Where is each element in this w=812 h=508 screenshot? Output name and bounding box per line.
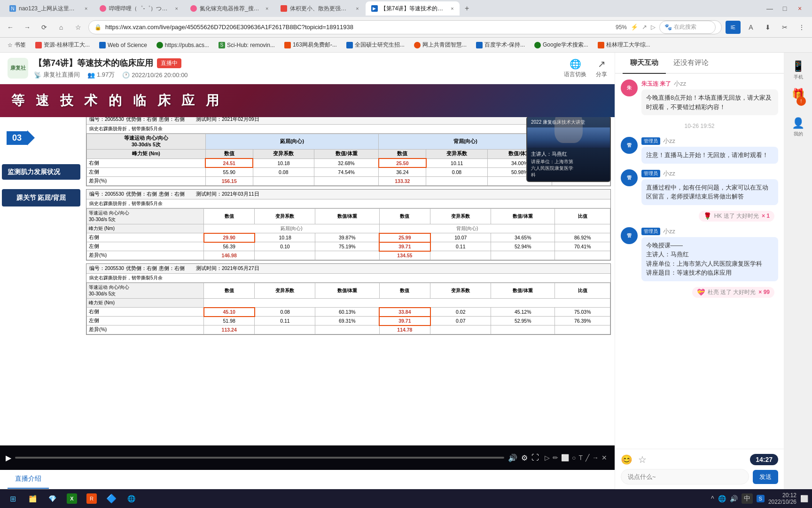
home-button[interactable]: ⌂ [55, 21, 68, 34]
drawing-tools: ▷ ✏ ⬜ ○ T ╱ → ✕ [543, 454, 609, 461]
tab-close-4[interactable]: × [356, 6, 359, 11]
close-window-button[interactable]: × [793, 2, 806, 15]
text-tool[interactable]: T [578, 454, 583, 461]
gift-notification-badge: ! [796, 96, 806, 106]
volume-icon[interactable]: 🔊 [508, 453, 517, 462]
bookmark-guilin-univ[interactable]: 桂林理工大学综... [594, 40, 654, 50]
taskbar-app-2[interactable]: 💎 [43, 492, 61, 506]
send-button[interactable]: 发送 [753, 470, 778, 484]
bookmark-acs[interactable]: https://pubs.acs... [153, 40, 213, 50]
tab-close-3[interactable]: × [265, 6, 268, 11]
bookmark-guilin[interactable]: 资源-桂林理工大... [31, 40, 94, 50]
settings-button[interactable]: ✂ [778, 21, 791, 34]
line-tool[interactable]: ╱ [586, 454, 589, 461]
taskbar-app-blue[interactable]: 🔷 [102, 492, 120, 506]
translate-button[interactable]: A [744, 21, 757, 34]
antivirus-icon[interactable]: S [757, 495, 765, 502]
forward-button[interactable]: → [21, 21, 34, 34]
s2-row2-pct2: 52.94% [491, 242, 555, 251]
presenter-org-label: 讲座单位：上海市第六人民医院康复医学科 [531, 159, 606, 178]
presenter-video-area [527, 127, 610, 148]
reload-button[interactable]: ⟳ [38, 21, 51, 34]
gift-text-1: HK 送了 大好时光 [714, 212, 759, 220]
taskbar-files[interactable]: 🗂️ [23, 492, 41, 506]
row2-side: 左侧 [87, 167, 206, 176]
tab-nao123[interactable]: N nao123_上网从这里开始 × [4, 1, 93, 16]
chat-tab-comment[interactable]: 还没有评论 [666, 53, 716, 74]
bookmark-google-scholar[interactable]: Google学术搜索... [531, 40, 592, 50]
volume-tray-icon[interactable]: 🔊 [730, 495, 738, 502]
search-box[interactable]: 🐾 在此搜索 [659, 21, 716, 34]
arrow-tool[interactable]: → [592, 454, 599, 461]
bookmark-graduate[interactable]: 全国硕士研究生招... [343, 40, 408, 50]
language-switch-button[interactable]: 🌐 语言切换 [564, 58, 586, 79]
tab-bilibili-1[interactable]: 哔哩哔哩（゜-゜）つロ 千杯~-bilibili × [94, 1, 183, 16]
cast-icon[interactable]: ▷ [651, 24, 656, 31]
bookmark-163mail[interactable]: 163网易免费邮-... [281, 40, 341, 50]
s2-row1-side: 右侧 [87, 233, 204, 242]
s3-row2-ratio: 76.39% [555, 317, 610, 325]
input-method-icon[interactable]: 中 [742, 493, 753, 504]
taskbar-app-globe[interactable]: 🌐 [122, 492, 140, 506]
tab-close-2[interactable]: × [175, 6, 178, 11]
taskbar-app-red[interactable]: R [83, 492, 101, 506]
tab-bilibili-3[interactable]: 体积更小、散热更强：信息第三代65W... × [275, 1, 364, 16]
tab-intro[interactable]: 直播介绍 [8, 470, 49, 489]
share-button[interactable]: ↗ 分享 [596, 58, 607, 79]
settings-video-icon[interactable]: ⚙ [521, 453, 528, 462]
maximize-button[interactable]: □ [778, 2, 791, 15]
more-button[interactable]: ⋮ [795, 21, 808, 34]
clear-tool[interactable]: ✕ [601, 454, 607, 461]
chat-msg-header-3: 管理员 小zz [641, 137, 778, 145]
s2-empty [555, 224, 610, 233]
bookmark-baidu-scholar[interactable]: 百度学术-保持... [472, 40, 529, 50]
shape-tool[interactable]: ○ [572, 454, 576, 461]
eraser-tool[interactable]: ⬜ [561, 454, 569, 461]
show-desktop-icon[interactable]: ⬜ [800, 495, 808, 502]
chat-tab-interact[interactable]: 聊天互动 [623, 53, 666, 74]
bookmark-manager[interactable]: ☆ 书签 [4, 40, 30, 50]
pen-tool[interactable]: ✏ [553, 454, 558, 461]
chat-message-admin-2: 管 管理员 小zz 直播过程中，如有任何问题，大家可以在互动区留言，老师授课结束… [621, 169, 778, 205]
row1-side: 右侧 [87, 159, 206, 167]
presenter-figure [554, 116, 583, 143]
tray-up-arrow[interactable]: ^ [711, 495, 714, 502]
video-page: 康复社 【第74讲】等速技术的临床应用 直播中 📡 康复社直播间 👥 1.97万 [0, 53, 615, 489]
gift-count-1: × 1 [762, 213, 770, 219]
tab-bilibili-2[interactable]: 氮化镓充电器推荐_搜索_哔哩哔哩-bi... × [185, 1, 274, 16]
share-page-icon[interactable]: ↗ [642, 24, 647, 31]
network-icon[interactable]: 🌐 [718, 495, 726, 502]
extensions-button[interactable]: IE [726, 21, 741, 34]
table-row: 差异(%) 146.98 134.55 [87, 251, 610, 260]
tab-vzan-live[interactable]: ▶ 【第74讲】等速技术的临床应用 × [366, 1, 460, 16]
new-tab-button[interactable]: + [461, 2, 474, 15]
back-button[interactable]: ← [4, 21, 17, 34]
taskbar-items: ⊞ 🗂️ 💎 X R 🔷 🌐 [4, 492, 709, 506]
star-icon[interactable]: ☆ [638, 454, 647, 465]
mobile-phone-button[interactable]: 📱 手机 [792, 60, 804, 80]
address-bar[interactable]: 🔒 https://wx.vzan.com/live/page/45055626… [88, 20, 722, 34]
my-button[interactable]: 👤 我的 [792, 117, 804, 137]
table-row: 右侧 45.10 0.08 60.13% 33.84 0.02 45.12% 7… [87, 308, 610, 317]
progress-bar[interactable] [15, 457, 504, 459]
s3-speed: 等速运动 向心/向心30-30d/s 5次 [87, 283, 204, 299]
s2-row3-pct1 [315, 251, 379, 260]
minimize-button[interactable]: — [763, 2, 776, 15]
bookmark-star-button[interactable]: ☆ [71, 21, 85, 34]
emoji-icon[interactable]: 😊 [621, 454, 632, 465]
tab-close-1[interactable]: × [85, 6, 87, 11]
tab-close-5[interactable]: × [451, 6, 453, 11]
bookmark-youth[interactable]: 网上共青团智慧... [410, 40, 470, 50]
start-button[interactable]: ⊞ [4, 492, 22, 506]
row2-pct1: 74.54% [314, 167, 378, 176]
zoom-icon[interactable]: ⚡ [631, 24, 638, 31]
taskbar-excel[interactable]: X [63, 492, 81, 506]
chat-input-field[interactable] [621, 469, 749, 484]
play-icon[interactable]: ▶ [6, 453, 11, 462]
fullscreen-icon[interactable]: ⛶ [531, 453, 539, 462]
section2-history: 病史右踝撕脱骨折，韧带撕裂5月余 [86, 199, 610, 208]
bookmark-scihub[interactable]: S Sci-Hub: removin... [215, 40, 279, 50]
download-button[interactable]: ⬇ [761, 21, 774, 34]
pointer-tool[interactable]: ▷ [545, 454, 550, 461]
bookmark-web-of-science[interactable]: Web of Science [95, 40, 151, 50]
